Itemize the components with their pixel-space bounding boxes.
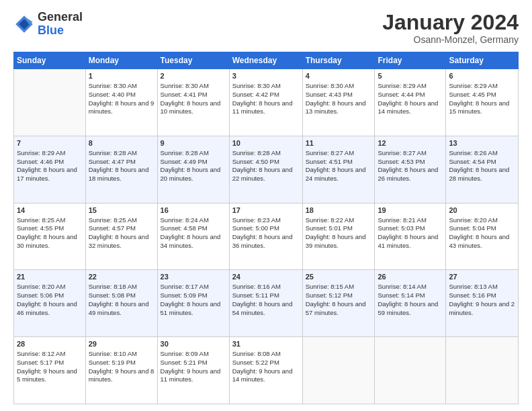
location-subtitle: Osann-Monzel, Germany	[382, 34, 519, 45]
day-cell	[302, 337, 375, 404]
logo-general: General	[38, 10, 83, 24]
col-header-wednesday: Wednesday	[229, 52, 302, 69]
day-info: Sunrise: 8:25 AMSunset: 4:57 PMDaylight:…	[89, 216, 154, 250]
day-number: 13	[449, 138, 515, 148]
day-cell: 17Sunrise: 8:23 AMSunset: 5:00 PMDayligh…	[229, 203, 302, 270]
page: General Blue January 2024 Osann-Monzel, …	[0, 0, 532, 411]
day-info: Sunrise: 8:26 AMSunset: 4:54 PMDaylight:…	[449, 149, 515, 183]
day-cell: 10Sunrise: 8:28 AMSunset: 4:50 PMDayligh…	[229, 136, 302, 203]
day-number: 28	[17, 339, 83, 349]
day-info: Sunrise: 8:28 AMSunset: 4:50 PMDaylight:…	[232, 149, 300, 183]
col-header-sunday: Sunday	[14, 52, 86, 69]
week-row-1: 1Sunrise: 8:30 AMSunset: 4:40 PMDaylight…	[14, 69, 519, 136]
col-header-monday: Monday	[85, 52, 157, 69]
day-number: 30	[161, 339, 226, 349]
day-cell: 1Sunrise: 8:30 AMSunset: 4:40 PMDaylight…	[85, 69, 157, 136]
week-row-5: 28Sunrise: 8:12 AMSunset: 5:17 PMDayligh…	[14, 337, 519, 404]
day-cell: 25Sunrise: 8:15 AMSunset: 5:12 PMDayligh…	[302, 270, 375, 337]
col-header-tuesday: Tuesday	[157, 52, 229, 69]
day-number: 31	[232, 339, 300, 349]
day-number: 25	[306, 272, 372, 282]
day-cell: 26Sunrise: 8:14 AMSunset: 5:14 PMDayligh…	[375, 270, 446, 337]
day-cell: 8Sunrise: 8:28 AMSunset: 4:47 PMDaylight…	[85, 136, 157, 203]
day-info: Sunrise: 8:13 AMSunset: 5:16 PMDaylight:…	[449, 283, 515, 317]
day-cell: 27Sunrise: 8:13 AMSunset: 5:16 PMDayligh…	[446, 270, 519, 337]
day-cell: 13Sunrise: 8:26 AMSunset: 4:54 PMDayligh…	[446, 136, 519, 203]
day-info: Sunrise: 8:28 AMSunset: 4:49 PMDaylight:…	[161, 149, 226, 183]
day-info: Sunrise: 8:23 AMSunset: 5:00 PMDaylight:…	[232, 216, 300, 250]
day-cell: 29Sunrise: 8:10 AMSunset: 5:19 PMDayligh…	[85, 337, 157, 404]
title-block: January 2024 Osann-Monzel, Germany	[382, 11, 519, 45]
day-number: 19	[378, 205, 443, 216]
day-info: Sunrise: 8:30 AMSunset: 4:40 PMDaylight:…	[89, 82, 154, 116]
day-info: Sunrise: 8:25 AMSunset: 4:55 PMDaylight:…	[17, 216, 83, 250]
header: General Blue January 2024 Osann-Monzel, …	[13, 11, 519, 45]
day-info: Sunrise: 8:17 AMSunset: 5:09 PMDaylight:…	[161, 283, 226, 317]
day-cell: 2Sunrise: 8:30 AMSunset: 4:41 PMDaylight…	[157, 69, 229, 136]
day-cell	[375, 337, 446, 404]
col-header-thursday: Thursday	[302, 52, 375, 69]
day-cell	[446, 337, 519, 404]
day-number: 27	[449, 272, 515, 282]
day-info: Sunrise: 8:29 AMSunset: 4:46 PMDaylight:…	[17, 149, 83, 183]
day-cell: 3Sunrise: 8:30 AMSunset: 4:42 PMDaylight…	[229, 69, 302, 136]
day-cell: 15Sunrise: 8:25 AMSunset: 4:57 PMDayligh…	[85, 203, 157, 270]
logo-icon	[13, 13, 35, 35]
day-cell: 9Sunrise: 8:28 AMSunset: 4:49 PMDaylight…	[157, 136, 229, 203]
day-cell: 7Sunrise: 8:29 AMSunset: 4:46 PMDaylight…	[14, 136, 86, 203]
day-number: 24	[232, 272, 300, 282]
day-cell: 20Sunrise: 8:20 AMSunset: 5:04 PMDayligh…	[446, 203, 519, 270]
day-number: 17	[232, 205, 300, 216]
day-number: 22	[89, 272, 154, 282]
day-number: 26	[378, 272, 443, 282]
day-number: 10	[232, 138, 300, 148]
day-number: 8	[89, 138, 154, 148]
col-header-friday: Friday	[375, 52, 446, 69]
day-info: Sunrise: 8:08 AMSunset: 5:22 PMDaylight:…	[232, 350, 300, 384]
day-number: 16	[161, 205, 226, 216]
day-info: Sunrise: 8:12 AMSunset: 5:17 PMDaylight:…	[17, 350, 83, 384]
day-number: 23	[161, 272, 226, 282]
day-number: 2	[161, 71, 226, 81]
day-cell: 5Sunrise: 8:29 AMSunset: 4:44 PMDaylight…	[375, 69, 446, 136]
day-cell	[14, 69, 86, 136]
day-cell: 22Sunrise: 8:18 AMSunset: 5:08 PMDayligh…	[85, 270, 157, 337]
day-cell: 12Sunrise: 8:27 AMSunset: 4:53 PMDayligh…	[375, 136, 446, 203]
day-info: Sunrise: 8:27 AMSunset: 4:51 PMDaylight:…	[306, 149, 372, 183]
day-cell: 16Sunrise: 8:24 AMSunset: 4:58 PMDayligh…	[157, 203, 229, 270]
day-cell: 30Sunrise: 8:09 AMSunset: 5:21 PMDayligh…	[157, 337, 229, 404]
day-cell: 24Sunrise: 8:16 AMSunset: 5:11 PMDayligh…	[229, 270, 302, 337]
day-info: Sunrise: 8:29 AMSunset: 4:44 PMDaylight:…	[378, 82, 443, 116]
day-info: Sunrise: 8:30 AMSunset: 4:41 PMDaylight:…	[161, 82, 226, 116]
day-info: Sunrise: 8:27 AMSunset: 4:53 PMDaylight:…	[378, 149, 443, 183]
day-number: 29	[89, 339, 154, 349]
logo: General Blue	[13, 11, 83, 38]
day-info: Sunrise: 8:30 AMSunset: 4:43 PMDaylight:…	[306, 82, 372, 116]
day-cell: 4Sunrise: 8:30 AMSunset: 4:43 PMDaylight…	[302, 69, 375, 136]
day-number: 11	[306, 138, 372, 148]
day-number: 12	[378, 138, 443, 148]
day-info: Sunrise: 8:24 AMSunset: 4:58 PMDaylight:…	[161, 216, 226, 250]
day-number: 20	[449, 205, 515, 216]
week-row-3: 14Sunrise: 8:25 AMSunset: 4:55 PMDayligh…	[14, 203, 519, 270]
day-info: Sunrise: 8:09 AMSunset: 5:21 PMDaylight:…	[161, 350, 226, 384]
calendar-table: SundayMondayTuesdayWednesdayThursdayFrid…	[13, 52, 519, 404]
day-cell: 28Sunrise: 8:12 AMSunset: 5:17 PMDayligh…	[14, 337, 86, 404]
day-number: 18	[306, 205, 372, 216]
day-info: Sunrise: 8:15 AMSunset: 5:12 PMDaylight:…	[306, 283, 372, 317]
day-cell: 18Sunrise: 8:22 AMSunset: 5:01 PMDayligh…	[302, 203, 375, 270]
day-number: 7	[17, 138, 83, 148]
day-number: 4	[306, 71, 372, 81]
day-info: Sunrise: 8:28 AMSunset: 4:47 PMDaylight:…	[89, 149, 154, 183]
day-info: Sunrise: 8:20 AMSunset: 5:06 PMDaylight:…	[17, 283, 83, 317]
day-cell: 14Sunrise: 8:25 AMSunset: 4:55 PMDayligh…	[14, 203, 86, 270]
day-info: Sunrise: 8:21 AMSunset: 5:03 PMDaylight:…	[378, 216, 443, 250]
logo-text: General Blue	[38, 11, 83, 38]
day-info: Sunrise: 8:30 AMSunset: 4:42 PMDaylight:…	[232, 82, 300, 116]
day-info: Sunrise: 8:14 AMSunset: 5:14 PMDaylight:…	[378, 283, 443, 317]
day-info: Sunrise: 8:16 AMSunset: 5:11 PMDaylight:…	[232, 283, 300, 317]
week-row-4: 21Sunrise: 8:20 AMSunset: 5:06 PMDayligh…	[14, 270, 519, 337]
day-number: 3	[232, 71, 300, 81]
day-number: 1	[89, 71, 154, 81]
day-number: 14	[17, 205, 83, 216]
